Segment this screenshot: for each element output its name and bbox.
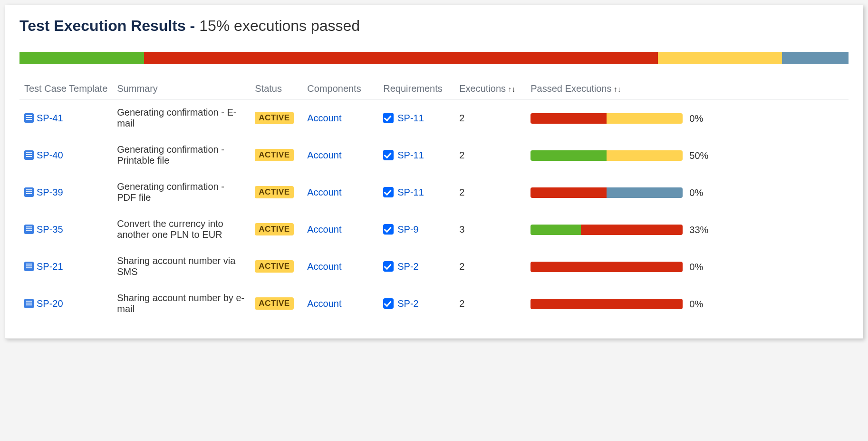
page-title: Test Execution Results - 15% executions … (19, 17, 849, 35)
cell-status: ACTIVE (250, 248, 302, 285)
page-title-main: Test Execution Results (19, 17, 186, 34)
cell-executions: 2 (454, 285, 526, 322)
requirement-link[interactable]: SP-2 (397, 298, 418, 309)
row-segment-red (530, 299, 683, 309)
col-passed-label: Passed Executions (530, 83, 611, 94)
col-template[interactable]: Test Case Template (19, 80, 112, 99)
test-case-link[interactable]: SP-21 (37, 261, 63, 272)
col-requirements[interactable]: Requirements (378, 80, 454, 99)
cell-template: SP-20 (19, 285, 112, 322)
cell-passed: 0% (526, 248, 849, 285)
cell-summary: Convert the currency into another one PL… (112, 211, 250, 248)
row-progress-bar (530, 113, 683, 124)
requirement-link[interactable]: SP-9 (397, 224, 418, 235)
row-segment-red (581, 225, 683, 235)
row-progress-bar (530, 262, 683, 272)
status-badge: ACTIVE (255, 186, 293, 198)
test-case-icon (24, 150, 34, 160)
sort-icon: ↑↓ (613, 85, 621, 94)
col-components[interactable]: Components (302, 80, 378, 99)
test-case-icon (24, 187, 34, 197)
status-badge: ACTIVE (255, 149, 293, 161)
overall-segment-red: 62% (144, 52, 658, 64)
col-executions-label: Executions (459, 83, 506, 94)
cell-status: ACTIVE (250, 285, 302, 322)
cell-status: ACTIVE (250, 211, 302, 248)
component-link[interactable]: Account (307, 150, 341, 160)
cell-requirements: SP-9 (378, 211, 454, 248)
requirement-check-icon (383, 187, 394, 197)
cell-executions: 3 (454, 211, 526, 248)
table-row: SP-40Generating confirmation - Printable… (19, 137, 849, 174)
overall-segment-yellow: 15% (658, 52, 782, 64)
test-case-icon (24, 299, 34, 308)
row-passed-pct: 0% (689, 187, 703, 198)
cell-requirements: SP-2 (378, 285, 454, 322)
requirement-link[interactable]: SP-2 (397, 261, 418, 272)
row-segment-green (530, 150, 607, 161)
cell-template: SP-21 (19, 248, 112, 285)
table-row: SP-21Sharing account number via SMSACTIV… (19, 248, 849, 285)
cell-passed: 33% (526, 211, 849, 248)
component-link[interactable]: Account (307, 113, 341, 123)
cell-summary: Generating confirmation - PDF file (112, 174, 250, 211)
requirement-check-icon (383, 224, 394, 235)
row-segment-red (530, 262, 683, 272)
component-link[interactable]: Account (307, 298, 341, 309)
row-segment-green (530, 225, 581, 235)
table-row: SP-20Sharing account number by e-mailACT… (19, 285, 849, 322)
test-case-icon (24, 113, 34, 123)
cell-summary: Sharing account number by e-mail (112, 285, 250, 322)
col-executions[interactable]: Executions↑↓ (454, 80, 526, 99)
row-progress-bar (530, 187, 683, 198)
status-badge: ACTIVE (255, 297, 293, 310)
status-badge: ACTIVE (255, 260, 293, 273)
cell-summary: Generating confirmation - Printable file (112, 137, 250, 174)
test-case-link[interactable]: SP-39 (37, 187, 63, 197)
component-link[interactable]: Account (307, 224, 341, 235)
cell-components: Account (302, 285, 378, 322)
cell-template: SP-40 (19, 137, 112, 174)
row-progress-bar (530, 225, 683, 235)
overall-segment-blue: 8% (782, 52, 849, 64)
table-row: SP-41Generating confirmation - E-mailACT… (19, 99, 849, 137)
cell-requirements: SP-11 (378, 137, 454, 174)
overall-segment-green: 15% (19, 52, 144, 64)
overall-progress-bar: 15%62%15%8% (19, 52, 849, 64)
requirement-link[interactable]: SP-11 (397, 113, 424, 123)
requirement-check-icon (383, 150, 394, 160)
cell-components: Account (302, 248, 378, 285)
component-link[interactable]: Account (307, 261, 341, 272)
cell-components: Account (302, 99, 378, 137)
cell-summary: Sharing account number via SMS (112, 248, 250, 285)
cell-requirements: SP-11 (378, 99, 454, 137)
col-summary[interactable]: Summary (112, 80, 250, 99)
test-case-link[interactable]: SP-40 (37, 150, 63, 160)
test-case-link[interactable]: SP-20 (37, 298, 63, 309)
results-table: Test Case Template Summary Status Compon… (19, 80, 849, 322)
col-status-label: Status (255, 83, 282, 94)
row-segment-blue (607, 187, 683, 198)
row-passed-pct: 0% (689, 262, 703, 273)
col-template-label: Test Case Template (24, 83, 107, 94)
test-case-link[interactable]: SP-35 (37, 224, 63, 235)
col-passed[interactable]: Passed Executions↑↓ (526, 80, 849, 99)
cell-executions: 2 (454, 99, 526, 137)
table-row: SP-39Generating confirmation - PDF fileA… (19, 174, 849, 211)
cell-components: Account (302, 211, 378, 248)
cell-template: SP-41 (19, 99, 112, 137)
requirement-link[interactable]: SP-11 (397, 187, 424, 197)
row-passed-pct: 0% (689, 299, 703, 310)
col-status[interactable]: Status (250, 80, 302, 99)
col-components-label: Components (307, 83, 361, 94)
component-link[interactable]: Account (307, 187, 341, 197)
cell-passed: 0% (526, 285, 849, 322)
requirement-link[interactable]: SP-11 (397, 150, 424, 160)
row-passed-pct: 50% (689, 150, 708, 161)
requirement-check-icon (383, 298, 394, 309)
test-case-link[interactable]: SP-41 (37, 113, 63, 123)
page-title-sub: 15% executions passed (199, 17, 360, 34)
cell-passed: 50% (526, 137, 849, 174)
test-case-icon (24, 225, 34, 234)
cell-status: ACTIVE (250, 137, 302, 174)
